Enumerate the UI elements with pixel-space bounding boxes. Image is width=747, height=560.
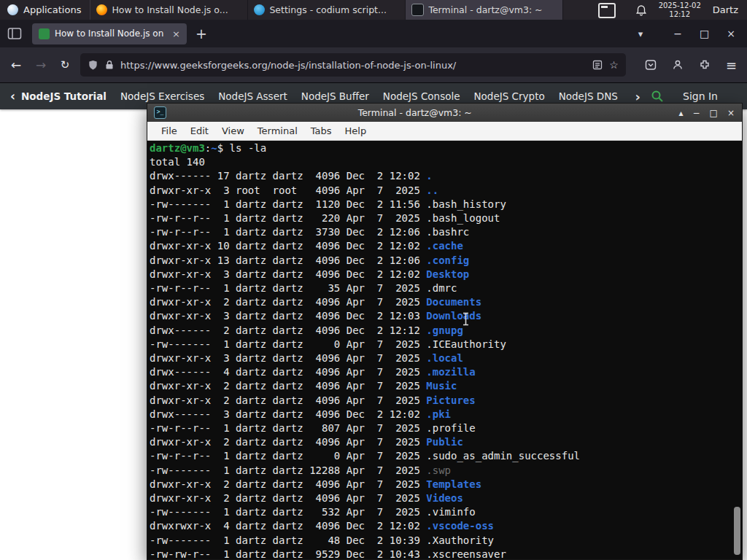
terminal-output-line: -rw-r--r-- 1 dartz dartz 35 Apr 7 2025 .… [150, 281, 742, 295]
lock-icon[interactable] [105, 60, 114, 70]
terminal-window-controls: ▴ − □ × [679, 108, 743, 118]
entry-name: Templates [426, 478, 481, 490]
panel-window-button[interactable]: How to Install Node.js o... [90, 0, 248, 20]
chevron-right-icon[interactable]: › [635, 89, 640, 104]
clock-time: 12:12 [659, 10, 701, 19]
window-close-button[interactable]: × [727, 28, 735, 39]
new-tab-button[interactable]: + [196, 26, 207, 42]
tray-terminal-icon[interactable] [598, 3, 616, 18]
entry-name: Downloads [426, 310, 481, 322]
terminal-menu-item[interactable]: Tabs [304, 125, 338, 136]
notifications-bell-icon[interactable] [635, 4, 647, 16]
site-nav-item[interactable]: NodeJS DNS [559, 90, 618, 102]
entry-name: .ICEauthority [426, 338, 506, 350]
terminal-output-line: drwxr-xr-x 13 dartz dartz 4096 Dec 2 12:… [150, 254, 742, 268]
terminal-output-line: drwxr-xr-x 2 dartz dartz 4096 Apr 7 2025… [150, 379, 742, 393]
top-panel: Applications How to Install Node.js o...… [0, 0, 747, 20]
site-nav-back[interactable]: ‹ NodeJS Tutorial [10, 89, 107, 104]
terminal-output-line: -rw------- 1 dartz dartz 532 Apr 7 2025 … [150, 505, 742, 519]
entry-name: .swp [426, 464, 451, 476]
entry-meta: -rw------- 1 dartz dartz 0 Apr 7 2025 [150, 338, 426, 350]
entry-meta: drwx------ 2 dartz dartz 4096 Dec 2 12:1… [150, 324, 426, 336]
site-nav-item[interactable]: NodeJS Assert [218, 90, 287, 102]
browser-tab[interactable]: How to Install Node.js on × [32, 23, 187, 44]
terminal-titlebar[interactable]: Terminal - dartz@vm3: ~ ▴ − □ × [147, 104, 742, 122]
terminal-maximize-button[interactable]: □ [710, 108, 718, 118]
entry-meta: -rw------- 1 dartz dartz 532 Apr 7 2025 [150, 506, 426, 518]
entry-name: Desktop [426, 268, 469, 280]
entry-name: .sudo_as_admin_successful [426, 450, 580, 462]
tracking-protection-shield-icon[interactable] [88, 59, 98, 71]
entry-meta: drwxr-xr-x 2 dartz dartz 4096 Apr 7 2025 [150, 436, 426, 448]
terminal-close-button[interactable]: × [727, 108, 735, 118]
terminal-output-line: drwxr-xr-x 2 dartz dartz 4096 Apr 7 2025… [150, 491, 742, 505]
entry-meta: drwxr-xr-x 2 dartz dartz 4096 Apr 7 2025 [150, 296, 426, 308]
user-menu[interactable]: Dartz [713, 4, 738, 15]
forward-button[interactable]: → [32, 58, 50, 72]
entry-meta: -rw-r--r-- 1 dartz dartz 220 Apr 7 2025 [150, 212, 426, 224]
pocket-icon[interactable] [645, 59, 657, 71]
terminal-output-line: drwxr-xr-x 2 dartz dartz 4096 Apr 7 2025… [150, 478, 742, 491]
terminal-menu-item[interactable]: Terminal [251, 125, 304, 136]
site-nav-item[interactable]: NodeJS Console [383, 90, 460, 102]
window-app-icon [411, 4, 424, 16]
tab-favicon [39, 28, 50, 39]
toolbar-icon-group: ≡ [645, 58, 737, 73]
terminal-output-line: drwx------ 4 dartz dartz 4096 Apr 7 2025… [150, 365, 742, 379]
window-button-label: Terminal - dartz@vm3: ~ [428, 4, 542, 15]
applications-menu-button[interactable]: Applications [0, 0, 90, 20]
entry-name: .config [426, 254, 469, 266]
terminal-output-line: drwxr-xr-x 3 dartz dartz 4096 Apr 7 2025… [150, 351, 742, 365]
window-app-icon [254, 4, 265, 15]
entry-name: .mozilla [426, 366, 475, 378]
reload-button[interactable]: ↻ [57, 58, 73, 71]
entry-name: .. [426, 184, 438, 196]
entry-meta: -rw------- 1 dartz dartz 48 Dec 2 10:39 [150, 534, 426, 546]
extensions-icon[interactable] [699, 59, 711, 71]
navigation-toolbar: ← → ↻ https://www.geeksforgeeks.org/node… [0, 47, 747, 83]
terminal-menu-item[interactable]: File [155, 125, 184, 136]
window-maximize-button[interactable]: □ [700, 28, 709, 39]
terminal-menu-item[interactable]: Edit [184, 125, 215, 136]
url-text[interactable]: https://www.geeksforgeeks.org/node-js/in… [120, 60, 586, 71]
back-button[interactable]: ← [7, 58, 25, 72]
terminal-menu-item[interactable]: Help [338, 125, 374, 136]
reader-mode-icon[interactable] [592, 60, 603, 70]
terminal-output[interactable]: dartz@vm3:~$ ls -la total 140 drwx------… [147, 141, 742, 559]
entry-meta: -rw------- 1 dartz dartz 1120 Dec 2 11:5… [150, 198, 426, 210]
site-nav-item[interactable]: NodeJS Crypto [474, 90, 545, 102]
terminal-output-line: drwxrwxr-x 4 dartz dartz 4096 Dec 2 12:0… [150, 519, 742, 533]
clock[interactable]: 2025-12-02 12:12 [659, 1, 701, 18]
applications-label: Applications [23, 4, 81, 15]
account-icon[interactable] [672, 59, 684, 71]
panel-status-area: 2025-12-02 12:12 Dartz [635, 0, 747, 20]
terminal-menu-item[interactable]: View [215, 125, 251, 136]
entry-meta: drwxr-xr-x 2 dartz dartz 4096 Apr 7 2025 [150, 492, 426, 504]
terminal-output-line: drwxr-xr-x 3 root root 4096 Apr 7 2025 .… [150, 184, 742, 198]
sign-in-button[interactable]: Sign In [683, 90, 718, 102]
window-minimize-button[interactable]: − [673, 28, 682, 39]
entry-meta: drwxr-xr-x 3 dartz dartz 4096 Dec 2 12:0… [150, 268, 426, 280]
tab-title: How to Install Node.js on [55, 28, 167, 39]
terminal-shade-button[interactable]: ▴ [679, 108, 684, 118]
entry-name: .Xauthority [426, 534, 494, 546]
panel-window-button[interactable]: Settings - codium script... [248, 0, 406, 20]
entry-name: Documents [426, 296, 481, 308]
url-bar[interactable]: https://www.geeksforgeeks.org/node-js/in… [80, 53, 626, 77]
site-nav-item[interactable]: NodeJS Buffer [301, 90, 369, 102]
desktop: Applications How to Install Node.js o...… [0, 0, 747, 560]
tab-bar: How to Install Node.js on × + ▾ − □ × [0, 20, 747, 47]
firefox-view-icon[interactable] [7, 27, 22, 40]
entry-meta: drwxr-xr-x 2 dartz dartz 4096 Apr 7 2025 [150, 478, 426, 490]
bookmark-star-icon[interactable]: ☆ [609, 59, 619, 71]
menu-icon[interactable]: ≡ [726, 58, 737, 73]
tab-close-icon[interactable]: × [172, 28, 180, 39]
search-icon[interactable] [651, 90, 664, 103]
terminal-minimize-button[interactable]: − [693, 108, 700, 118]
terminal-output-line: -rw------- 1 dartz dartz 48 Dec 2 10:39 … [150, 534, 742, 548]
site-nav-item[interactable]: NodeJS Exercises [120, 90, 204, 102]
tab-list-chevron-icon[interactable]: ▾ [638, 28, 643, 39]
terminal-scrollbar-thumb[interactable] [734, 507, 740, 555]
entry-meta: drwxr-xr-x 13 dartz dartz 4096 Dec 2 12:… [150, 254, 426, 266]
panel-window-button[interactable]: Terminal - dartz@vm3: ~ [406, 0, 563, 20]
